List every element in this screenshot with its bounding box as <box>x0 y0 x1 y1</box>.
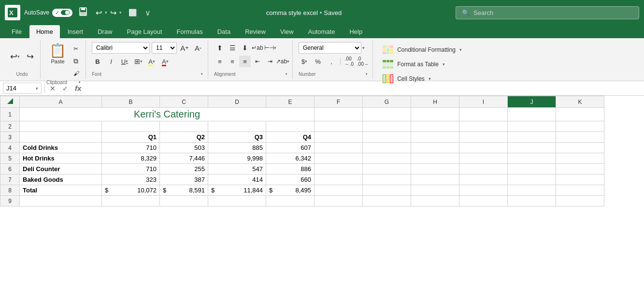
cell-b4[interactable]: 710 <box>102 143 160 153</box>
cell-f5[interactable] <box>315 153 363 164</box>
cell-b5[interactable]: 8,329 <box>102 153 160 164</box>
cell-a3[interactable] <box>20 132 102 143</box>
cell-d6[interactable]: 547 <box>208 164 266 175</box>
cell-g3[interactable] <box>363 132 411 143</box>
tab-automate[interactable]: Automate <box>301 25 342 38</box>
merge-center-button[interactable]: ⊢⊣▾ <box>264 42 276 54</box>
redo-ribbon-button[interactable]: ↪ <box>24 50 36 63</box>
cell-c3[interactable]: Q2 <box>160 132 208 143</box>
cell-k1[interactable] <box>556 108 604 121</box>
cell-e6[interactable]: 886 <box>266 164 315 175</box>
bold-button[interactable]: B <box>92 56 103 67</box>
cell-a1[interactable]: Kerri's Catering <box>20 108 315 121</box>
cell-c8[interactable]: $ 8,591 <box>160 185 208 196</box>
col-header-a[interactable]: A <box>20 96 102 108</box>
align-bottom-button[interactable]: ⬇ <box>239 42 251 54</box>
cell-h5[interactable] <box>411 153 459 164</box>
tab-page-layout[interactable]: Page Layout <box>120 25 169 38</box>
cell-b8[interactable]: $ 10,072 <box>102 185 160 196</box>
cell-k6[interactable] <box>556 164 604 175</box>
cell-e7[interactable]: 660 <box>266 175 315 185</box>
cell-f7[interactable] <box>315 175 363 185</box>
cell-a9[interactable] <box>20 196 102 206</box>
cell-g7[interactable] <box>363 175 411 185</box>
cell-i5[interactable] <box>459 153 508 164</box>
cell-c6[interactable]: 255 <box>160 164 208 175</box>
cell-i9[interactable] <box>459 196 508 206</box>
tab-insert[interactable]: Insert <box>61 25 90 38</box>
cell-j1[interactable] <box>508 108 556 121</box>
cell-g1[interactable] <box>363 108 411 121</box>
border-button[interactable]: ⊞▾ <box>132 56 144 67</box>
formula-function-button[interactable]: fx <box>73 83 83 93</box>
cell-i7[interactable] <box>459 175 508 185</box>
col-header-k[interactable]: K <box>556 96 604 108</box>
col-header-b[interactable]: B <box>102 96 160 108</box>
cell-d3[interactable]: Q3 <box>208 132 266 143</box>
align-center-button[interactable]: ≡ <box>227 56 238 67</box>
italic-button[interactable]: I <box>105 56 117 67</box>
cell-a4[interactable]: Cold Drinks <box>20 143 102 153</box>
format-painter-button[interactable]: 🖌 <box>71 69 82 78</box>
percent-button[interactable]: % <box>312 56 324 67</box>
cell-g8[interactable] <box>363 185 411 196</box>
comma-button[interactable]: , <box>326 56 337 67</box>
row-num-1[interactable]: 1 <box>0 108 20 121</box>
row-num-2[interactable]: 2 <box>0 121 20 132</box>
cell-h9[interactable] <box>411 196 459 206</box>
cell-g2[interactable] <box>363 121 411 132</box>
format-as-table-button[interactable]: Format as Table ▾ <box>380 58 448 70</box>
cell-j7[interactable] <box>508 175 556 185</box>
col-header-c[interactable]: C <box>160 96 208 108</box>
col-header-d[interactable]: D <box>208 96 266 108</box>
cell-e2[interactable] <box>266 121 315 132</box>
cell-j9[interactable] <box>508 196 556 206</box>
cell-j3[interactable] <box>508 132 556 143</box>
cell-a7[interactable]: Baked Goods <box>20 175 102 185</box>
save-button[interactable] <box>76 5 90 21</box>
tab-data[interactable]: Data <box>211 25 237 38</box>
alignment-expand-icon[interactable]: ⬧ <box>284 70 288 77</box>
cell-k3[interactable] <box>556 132 604 143</box>
cell-k9[interactable] <box>556 196 604 206</box>
row-num-4[interactable]: 4 <box>0 143 20 153</box>
cell-e3[interactable]: Q4 <box>266 132 315 143</box>
cell-g5[interactable] <box>363 153 411 164</box>
cell-h3[interactable] <box>411 132 459 143</box>
cell-b3[interactable]: Q1 <box>102 132 160 143</box>
decrease-decimal-button[interactable]: .00←.0 <box>343 56 355 67</box>
col-header-g[interactable]: G <box>363 96 411 108</box>
cut-button[interactable]: ✂ <box>71 44 82 54</box>
conditional-formatting-button[interactable]: Conditional Formatting ▾ <box>380 44 465 56</box>
cell-j4[interactable] <box>508 143 556 153</box>
align-middle-button[interactable]: ☰ <box>227 42 238 54</box>
cell-reference-box[interactable]: J14 ▾ <box>3 83 42 94</box>
cell-i6[interactable] <box>459 164 508 175</box>
decrease-indent-button[interactable]: ⇤ <box>252 56 263 67</box>
cell-c9[interactable] <box>160 196 208 206</box>
cell-e5[interactable]: 6,342 <box>266 153 315 164</box>
cell-f8[interactable] <box>315 185 363 196</box>
cell-j8[interactable] <box>508 185 556 196</box>
col-header-e[interactable]: E <box>266 96 315 108</box>
cell-j5[interactable] <box>508 153 556 164</box>
align-right-button[interactable]: ≡ <box>239 56 251 67</box>
cell-f2[interactable] <box>315 121 363 132</box>
font-expand-icon[interactable]: ⬧ <box>200 70 204 77</box>
cell-e9[interactable] <box>266 196 315 206</box>
window-restore-button[interactable]: ⬜ <box>126 7 140 18</box>
cell-a6[interactable]: Deli Counter <box>20 164 102 175</box>
cell-g6[interactable] <box>363 164 411 175</box>
cell-c5[interactable]: 7,446 <box>160 153 208 164</box>
cell-k5[interactable] <box>556 153 604 164</box>
cell-e8[interactable]: $ 8,495 <box>266 185 315 196</box>
cell-j6[interactable] <box>508 164 556 175</box>
font-family-select[interactable]: Calibri <box>92 42 150 54</box>
row-num-7[interactable]: 7 <box>0 175 20 185</box>
undo-ribbon-button[interactable]: ↩▾ <box>8 50 22 63</box>
cell-g9[interactable] <box>363 196 411 206</box>
tab-file[interactable]: File <box>5 25 29 38</box>
cell-h6[interactable] <box>411 164 459 175</box>
cell-d7[interactable]: 414 <box>208 175 266 185</box>
align-left-button[interactable]: ≡ <box>214 56 226 67</box>
